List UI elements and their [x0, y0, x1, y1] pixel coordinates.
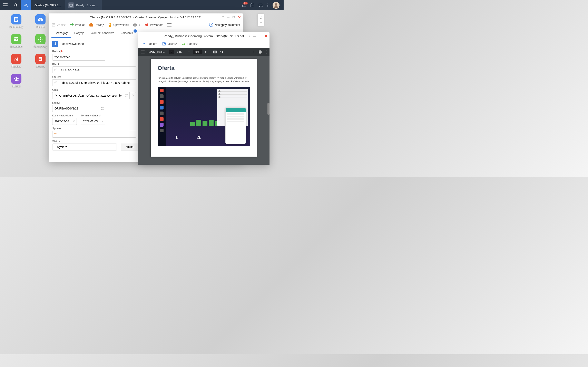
menu-icon[interactable]	[0, 0, 10, 10]
desktop-contracts[interactable]: Umowy	[30, 54, 51, 68]
svg-text:@: @	[39, 18, 42, 21]
svg-point-45	[266, 52, 267, 52]
svg-point-30	[56, 69, 57, 70]
lock-icon	[108, 23, 112, 27]
right-panel-toggle[interactable]	[258, 14, 264, 26]
tab-label: Ready_ Business O...	[76, 4, 98, 7]
notify-button[interactable]: Powiadom	[144, 23, 163, 27]
link-button[interactable]: Powiąż	[89, 23, 104, 27]
pdf-menu-icon[interactable]	[141, 50, 145, 53]
svg-point-44	[266, 50, 267, 51]
close-icon[interactable]: ✕	[264, 34, 268, 38]
notifications-icon[interactable]: 21	[242, 3, 246, 8]
chevron-up-icon	[259, 21, 263, 24]
open-button[interactable]: Otwórz	[162, 42, 177, 46]
more-icon[interactable]	[266, 50, 267, 54]
chat-icon[interactable]	[259, 3, 263, 8]
desk-label: Kalendarz	[10, 45, 22, 48]
svg-point-31	[54, 82, 56, 83]
pdf-window-title: Ready_ Business Operating System - Ofert…	[138, 32, 269, 40]
desk-label: Czas pracy	[34, 45, 47, 48]
app-icon[interactable]: $	[21, 0, 31, 10]
window-title: Oferta - (Nr OF/RB/ASDS/1/22) - Oferta. …	[49, 13, 243, 21]
clear-icon[interactable]: ✕	[73, 120, 75, 123]
svg-rect-35	[101, 107, 102, 108]
svg-point-20	[17, 78, 18, 79]
next-document-button[interactable]: Następny dokument	[209, 23, 240, 27]
sprawa-input[interactable]	[52, 131, 136, 138]
btn-label: Powiadom	[150, 23, 163, 26]
calendar-check-icon[interactable]	[250, 3, 255, 8]
pdf-page: Oferta Niniejsza oferta dotyczy udzielen…	[151, 59, 257, 157]
scrollbar[interactable]	[268, 103, 269, 115]
status-select[interactable]	[52, 143, 117, 150]
svg-point-7	[268, 5, 268, 6]
print-button[interactable]: ▼	[133, 23, 141, 27]
btn-label: Przekaż	[75, 23, 85, 26]
avatar[interactable]	[273, 2, 279, 9]
download-button[interactable]: Pobierz	[142, 42, 157, 46]
rodzaj-input[interactable]	[52, 54, 105, 60]
desktop-pipeline[interactable]: Pipeline	[6, 54, 26, 68]
desktop-clients[interactable]: Klienci	[6, 74, 26, 88]
svg-rect-23	[91, 24, 92, 24]
tab-zalaczniki[interactable]: Załączniki 1	[118, 29, 137, 38]
comment-icon[interactable]	[123, 92, 130, 99]
tab-pdf[interactable]: Ready_ Business O...	[65, 0, 102, 10]
permissions-button[interactable]: Uprawnienia	[108, 23, 129, 27]
print-icon[interactable]	[259, 50, 262, 54]
hamburger-icon[interactable]	[167, 23, 172, 26]
sign-button[interactable]: Podpisz	[182, 42, 198, 46]
btn-label: Powiąż	[95, 23, 104, 26]
close-icon[interactable]: ✕	[238, 15, 241, 20]
numer-label: Numer	[52, 101, 105, 104]
section-title: Podstawowe dane	[61, 42, 84, 45]
help-icon[interactable]: ?	[222, 16, 224, 19]
change-button[interactable]: Zmień	[121, 143, 138, 150]
more-icon[interactable]	[267, 3, 268, 8]
desktop-documents[interactable]: Dokumenty	[6, 14, 26, 28]
tab-label: Pozycje	[74, 31, 84, 35]
svg-rect-42	[259, 50, 261, 51]
termin-label: Termin ważności	[81, 114, 105, 117]
forward-button[interactable]: Przekaż	[69, 23, 85, 27]
search-icon[interactable]	[10, 0, 21, 10]
desktop-time[interactable]: Czas pracy	[30, 34, 51, 48]
desktop-calendar[interactable]: 8 Kalendarz	[6, 34, 26, 48]
desktop-mail[interactable]: @ Poczta	[30, 14, 51, 28]
klient-input[interactable]	[52, 67, 136, 73]
save-icon	[52, 23, 56, 27]
maximize-icon[interactable]: ☐	[259, 34, 261, 38]
page-input[interactable]	[169, 50, 174, 54]
maximize-icon[interactable]: ☐	[232, 16, 235, 19]
tab-label: Szczegóły	[55, 31, 68, 35]
download-icon[interactable]	[251, 50, 255, 54]
minimize-icon[interactable]: —	[253, 34, 256, 38]
zoom-out-icon[interactable]: −	[188, 50, 190, 54]
rotate-icon[interactable]	[220, 50, 223, 54]
briefcase-icon	[89, 23, 94, 27]
svg-rect-3	[70, 4, 72, 7]
people-icon	[54, 81, 58, 84]
tab-warunki[interactable]: Warunki handlowe	[87, 29, 118, 38]
desk-label: Klienci	[12, 85, 20, 88]
clear-icon[interactable]: ✕	[101, 120, 104, 123]
tab-offer[interactable]: Oferta - (Nr OF/RB/...	[31, 0, 65, 10]
help-icon[interactable]: ?	[249, 34, 250, 38]
phone-mockup	[225, 108, 246, 144]
numer-input[interactable]	[52, 105, 105, 112]
tab-pozycje[interactable]: Pozycje	[71, 29, 87, 38]
btn-label: Pobierz	[147, 42, 157, 45]
svg-point-0	[14, 4, 17, 6]
tab-szczegoly[interactable]: Szczegóły	[52, 29, 71, 38]
btn-label: Podpisz	[187, 42, 198, 45]
btn-label: Zmień	[126, 145, 134, 149]
zoom-in-icon[interactable]: +	[205, 50, 207, 54]
search-addon-icon[interactable]	[130, 92, 136, 99]
grid-icon[interactable]	[99, 105, 105, 112]
fit-icon[interactable]	[213, 50, 217, 54]
oferent-input[interactable]	[52, 79, 136, 86]
megaphone-icon	[144, 23, 149, 27]
save-button[interactable]: Zapisz	[52, 23, 66, 27]
minimize-icon[interactable]: —	[227, 16, 229, 19]
